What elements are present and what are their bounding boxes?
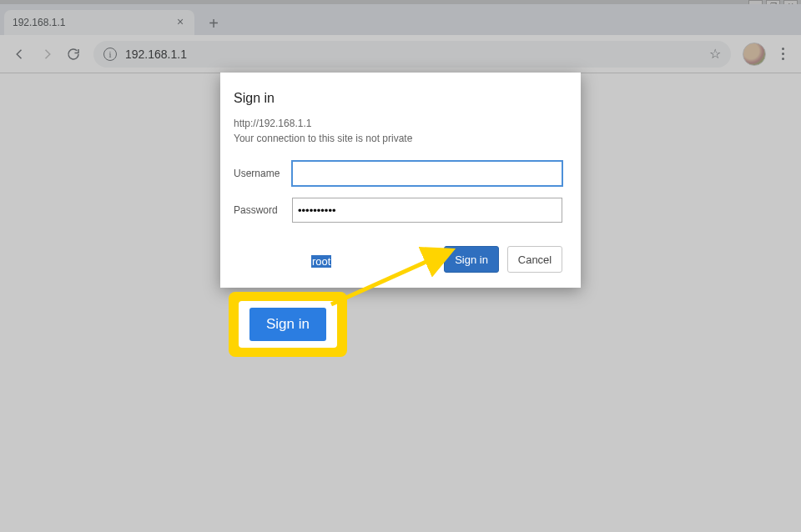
callout-inner: Sign in	[239, 301, 337, 348]
username-input[interactable]	[292, 161, 562, 186]
callout-signin-button: Sign in	[249, 308, 326, 341]
dialog-warning: Your connection to this site is not priv…	[234, 133, 562, 144]
username-label: Username	[234, 168, 292, 179]
highlight-callout: Sign in	[229, 292, 347, 357]
http-auth-dialog: Sign in http://192.168.1.1 Your connecti…	[220, 73, 581, 288]
password-input[interactable]	[292, 198, 562, 223]
dialog-title: Sign in	[234, 91, 562, 106]
username-selected-text: root	[311, 255, 331, 268]
dialog-origin: http://192.168.1.1	[234, 118, 562, 129]
password-label: Password	[234, 204, 292, 216]
signin-button[interactable]: Sign in	[444, 246, 499, 273]
cancel-button[interactable]: Cancel	[507, 246, 562, 273]
